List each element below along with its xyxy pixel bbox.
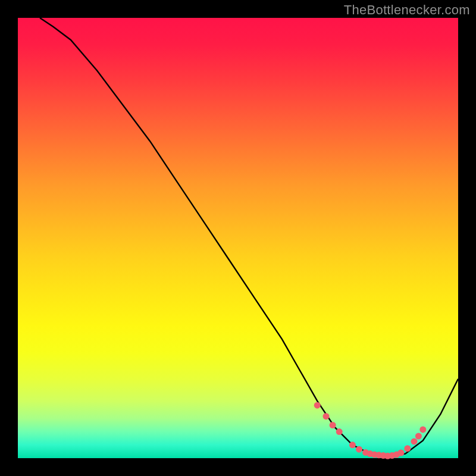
curve-marker (330, 422, 336, 428)
curve-marker (356, 446, 362, 453)
curve-marker (323, 413, 330, 419)
plot-area (18, 18, 458, 458)
watermark-text: TheBottlenecker.com (344, 2, 470, 18)
bottleneck-curve (40, 18, 458, 456)
curve-marker (314, 402, 321, 409)
chart-frame: TheBottlenecker.com (0, 0, 476, 476)
curve-svg (18, 18, 458, 458)
curve-marker (336, 428, 343, 435)
curve-marker (349, 441, 356, 448)
curve-marker (397, 450, 404, 456)
curve-marker (404, 445, 411, 452)
curve-marker (415, 433, 422, 440)
marker-group (314, 402, 427, 459)
curve-marker (411, 438, 418, 444)
curve-marker (419, 426, 426, 433)
